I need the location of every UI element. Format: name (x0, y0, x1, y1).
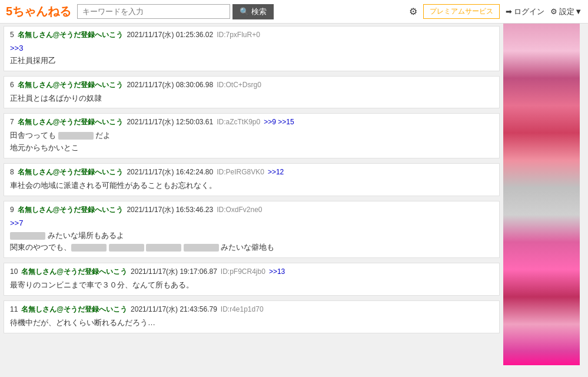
blurred-content (10, 232, 45, 240)
post-body: >>3正社員採用乙 (10, 42, 493, 67)
post-id: ID:OtC+Dsrg0 (217, 81, 261, 89)
search-area: 🔍 検索 (77, 4, 289, 19)
post-author: 名無しさん@そうだ登録へいこう (21, 305, 127, 315)
site-logo[interactable]: 5ちゃんねる (6, 4, 71, 19)
post-card: 5名無しさん@そうだ登録へいこう2021/11/17(水) 01:25:36.0… (4, 26, 500, 71)
post-card: 10名無しさん@そうだ登録へいこう2021/11/17(水) 19:17:06.… (4, 263, 500, 296)
post-line: 地元からちかいとこ (10, 142, 493, 154)
post-author: 名無しさん@そうだ登録へいこう (18, 80, 124, 90)
post-date: 2021/11/17(水) 01:25:36.02 (127, 30, 213, 40)
blurred-content (71, 244, 107, 252)
post-header: 11名無しさん@そうだ登録へいこう2021/11/17(水) 21:43:56.… (10, 305, 493, 315)
header-right: ⚙ プレミアムサービス ➡ ログイン ⚙ 設定▼ (409, 4, 582, 19)
post-number: 10 (10, 267, 18, 276)
reply-anchor[interactable]: >>7 (10, 219, 23, 227)
search-input[interactable] (77, 4, 230, 19)
settings-label: 設定▼ (559, 6, 582, 17)
post-number: 7 (10, 118, 14, 126)
post-line: 関東のやつでも、 みたいな僻地も (10, 242, 493, 254)
reply-anchor[interactable]: >>3 (10, 44, 23, 52)
post-author: 名無しさん@そうだ登録へいこう (21, 267, 127, 277)
post-line: 正社員採用乙 (10, 55, 493, 67)
post-header: 10名無しさん@そうだ登録へいこう2021/11/17(水) 19:17:06.… (10, 267, 493, 277)
post-date: 2021/11/17(水) 21:43:56.79 (131, 305, 217, 315)
post-line: 車社会の地域に派遣される可能性があることもお忘れなく。 (10, 180, 493, 192)
post-date: 2021/11/17(水) 16:42:24.80 (127, 167, 213, 177)
search-button[interactable]: 🔍 検索 (232, 4, 274, 19)
post-number: 5 (10, 31, 14, 39)
blurred-content (146, 244, 181, 252)
post-line: みたいな場所もあるよ (10, 230, 493, 242)
post-header: 5名無しさん@そうだ登録へいこう2021/11/17(水) 01:25:36.0… (10, 30, 493, 40)
post-id: ID:OxdFv2ne0 (217, 206, 262, 214)
post-header: 6名無しさん@そうだ登録へいこう2021/11/17(水) 08:30:06.9… (10, 80, 493, 90)
post-id: ID:PeIRG8VK0 (217, 168, 264, 176)
post-line: 田舎つっても だよ (10, 130, 493, 142)
post-card: 11名無しさん@そうだ登録へいこう2021/11/17(水) 21:43:56.… (4, 300, 500, 333)
post-body: 最寄りのコンビニまで車で３０分、なんて所もある。 (10, 279, 493, 292)
post-date: 2021/11/17(水) 16:53:46.23 (127, 205, 213, 215)
post-id: ID:aZcTtK9p0 (217, 118, 260, 126)
post-date: 2021/11/17(水) 08:30:06.98 (127, 80, 213, 90)
post-author: 名無しさん@そうだ登録へいこう (18, 205, 124, 215)
post-line: 最寄りのコンビニまで車で３０分、なんて所もある。 (10, 279, 493, 292)
post-extra-links[interactable]: >>13 (269, 267, 285, 276)
post-body: >>7 みたいな場所もあるよ関東のやつでも、 みたいな僻地も (10, 217, 493, 254)
blurred-content (58, 132, 94, 140)
blurred-content (184, 244, 219, 252)
sidebar-ad (503, 24, 580, 365)
post-date: 2021/11/17(水) 12:50:03.61 (127, 117, 213, 127)
post-line: >>3 (10, 42, 493, 55)
premium-gear-icon: ⚙ (409, 6, 417, 17)
premium-button[interactable]: プレミアムサービス (423, 4, 500, 19)
post-body: 正社員とは名ばかりの奴隷 (10, 92, 493, 105)
post-line: 正社員とは名ばかりの奴隷 (10, 92, 493, 105)
post-id: ID:pF9CR4jb0 (221, 267, 265, 276)
post-id: ID:r4e1p1d70 (221, 305, 264, 313)
post-line: >>7 (10, 217, 493, 230)
post-author: 名無しさん@そうだ登録へいこう (18, 117, 124, 127)
post-header: 9名無しさん@そうだ登録へいこう2021/11/17(水) 16:53:46.2… (10, 205, 493, 215)
login-button[interactable]: ➡ ログイン (506, 6, 544, 17)
post-body: 田舎つっても だよ地元からちかいとこ (10, 130, 493, 154)
post-card: 6名無しさん@そうだ登録へいこう2021/11/17(水) 08:30:06.9… (4, 76, 500, 109)
post-number: 11 (10, 305, 18, 313)
post-card: 7名無しさん@そうだ登録へいこう2021/11/17(水) 12:50:03.6… (4, 113, 500, 158)
post-line: 待機中だが、どれくらい断れるんだろう… (10, 317, 493, 329)
login-label: ログイン (514, 6, 544, 17)
post-extra-links[interactable]: >>9 >>15 (264, 118, 294, 126)
login-arrow-icon: ➡ (506, 7, 512, 16)
main-layout: 5名無しさん@そうだ登録へいこう2021/11/17(水) 01:25:36.0… (0, 24, 588, 365)
settings-button[interactable]: ⚙ 設定▼ (550, 6, 582, 17)
header: 5ちゃんねる 🔍 検索 ⚙ プレミアムサービス ➡ ログイン ⚙ 設定▼ (0, 0, 588, 24)
post-date: 2021/11/17(水) 19:17:06.87 (131, 267, 217, 277)
content-area: 5名無しさん@そうだ登録へいこう2021/11/17(水) 01:25:36.0… (0, 24, 503, 365)
post-author: 名無しさん@そうだ登録へいこう (18, 30, 124, 40)
post-body: 車社会の地域に派遣される可能性があることもお忘れなく。 (10, 180, 493, 192)
post-card: 8名無しさん@そうだ登録へいこう2021/11/17(水) 16:42:24.8… (4, 163, 500, 196)
sidebar (503, 24, 580, 365)
post-number: 8 (10, 168, 14, 176)
post-number: 6 (10, 81, 14, 89)
post-author: 名無しさん@そうだ登録へいこう (18, 167, 124, 177)
post-header: 8名無しさん@そうだ登録へいこう2021/11/17(水) 16:42:24.8… (10, 167, 493, 177)
post-extra-links[interactable]: >>12 (268, 168, 284, 176)
post-header: 7名無しさん@そうだ登録へいこう2021/11/17(水) 12:50:03.6… (10, 117, 493, 127)
blurred-content (109, 244, 144, 252)
post-body: 待機中だが、どれくらい断れるんだろう… (10, 317, 493, 329)
post-id: ID:7pxFluR+0 (217, 31, 260, 39)
post-card: 9名無しさん@そうだ登録へいこう2021/11/17(水) 16:53:46.2… (4, 201, 500, 258)
post-number: 9 (10, 206, 14, 214)
settings-gear-icon: ⚙ (550, 7, 557, 16)
